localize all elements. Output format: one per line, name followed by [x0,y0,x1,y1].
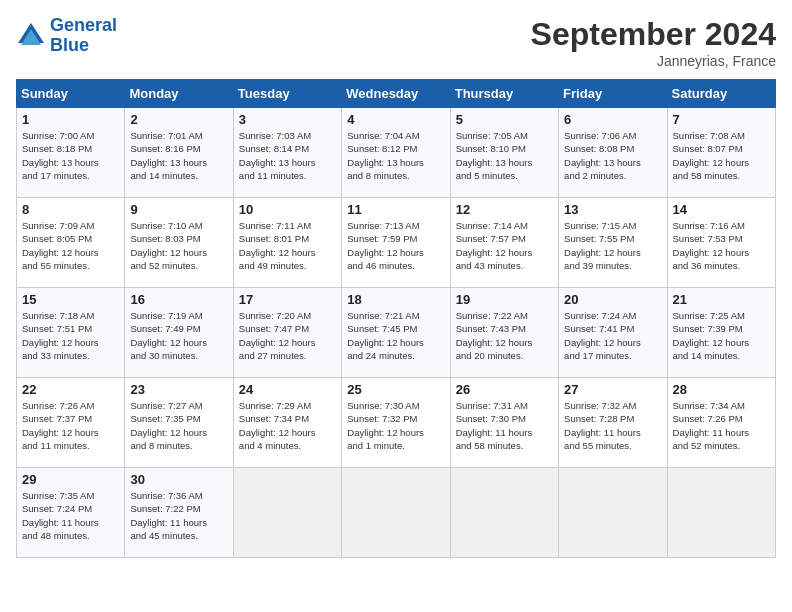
day-number: 30 [130,472,227,487]
day-number: 5 [456,112,553,127]
calendar-cell: 11Sunrise: 7:13 AM Sunset: 7:59 PM Dayli… [342,198,450,288]
day-info: Sunrise: 7:24 AM Sunset: 7:41 PM Dayligh… [564,309,661,362]
calendar-cell: 14Sunrise: 7:16 AM Sunset: 7:53 PM Dayli… [667,198,775,288]
column-header-saturday: Saturday [667,80,775,108]
calendar-cell: 6Sunrise: 7:06 AM Sunset: 8:08 PM Daylig… [559,108,667,198]
day-number: 6 [564,112,661,127]
calendar-cell: 22Sunrise: 7:26 AM Sunset: 7:37 PM Dayli… [17,378,125,468]
column-header-tuesday: Tuesday [233,80,341,108]
day-number: 7 [673,112,770,127]
calendar-cell: 15Sunrise: 7:18 AM Sunset: 7:51 PM Dayli… [17,288,125,378]
day-number: 18 [347,292,444,307]
calendar-cell: 2Sunrise: 7:01 AM Sunset: 8:16 PM Daylig… [125,108,233,198]
day-info: Sunrise: 7:04 AM Sunset: 8:12 PM Dayligh… [347,129,444,182]
day-info: Sunrise: 7:31 AM Sunset: 7:30 PM Dayligh… [456,399,553,452]
day-info: Sunrise: 7:14 AM Sunset: 7:57 PM Dayligh… [456,219,553,272]
day-number: 27 [564,382,661,397]
calendar-cell: 25Sunrise: 7:30 AM Sunset: 7:32 PM Dayli… [342,378,450,468]
day-info: Sunrise: 7:19 AM Sunset: 7:49 PM Dayligh… [130,309,227,362]
day-number: 25 [347,382,444,397]
calendar-cell: 10Sunrise: 7:11 AM Sunset: 8:01 PM Dayli… [233,198,341,288]
day-info: Sunrise: 7:32 AM Sunset: 7:28 PM Dayligh… [564,399,661,452]
day-number: 13 [564,202,661,217]
day-info: Sunrise: 7:11 AM Sunset: 8:01 PM Dayligh… [239,219,336,272]
calendar-cell: 21Sunrise: 7:25 AM Sunset: 7:39 PM Dayli… [667,288,775,378]
day-info: Sunrise: 7:13 AM Sunset: 7:59 PM Dayligh… [347,219,444,272]
day-number: 1 [22,112,119,127]
day-number: 12 [456,202,553,217]
calendar-week-1: 1Sunrise: 7:00 AM Sunset: 8:18 PM Daylig… [17,108,776,198]
calendar-cell: 5Sunrise: 7:05 AM Sunset: 8:10 PM Daylig… [450,108,558,198]
day-number: 17 [239,292,336,307]
day-number: 11 [347,202,444,217]
calendar-cell: 20Sunrise: 7:24 AM Sunset: 7:41 PM Dayli… [559,288,667,378]
logo-line1: General [50,15,117,35]
calendar-cell: 19Sunrise: 7:22 AM Sunset: 7:43 PM Dayli… [450,288,558,378]
column-header-wednesday: Wednesday [342,80,450,108]
calendar-cell: 18Sunrise: 7:21 AM Sunset: 7:45 PM Dayli… [342,288,450,378]
day-number: 8 [22,202,119,217]
calendar-cell: 23Sunrise: 7:27 AM Sunset: 7:35 PM Dayli… [125,378,233,468]
logo: General Blue [16,16,117,56]
calendar-cell [667,468,775,558]
day-info: Sunrise: 7:20 AM Sunset: 7:47 PM Dayligh… [239,309,336,362]
column-header-sunday: Sunday [17,80,125,108]
day-number: 15 [22,292,119,307]
day-number: 2 [130,112,227,127]
calendar-cell: 17Sunrise: 7:20 AM Sunset: 7:47 PM Dayli… [233,288,341,378]
day-info: Sunrise: 7:09 AM Sunset: 8:05 PM Dayligh… [22,219,119,272]
calendar-cell: 12Sunrise: 7:14 AM Sunset: 7:57 PM Dayli… [450,198,558,288]
day-info: Sunrise: 7:00 AM Sunset: 8:18 PM Dayligh… [22,129,119,182]
day-info: Sunrise: 7:06 AM Sunset: 8:08 PM Dayligh… [564,129,661,182]
day-info: Sunrise: 7:30 AM Sunset: 7:32 PM Dayligh… [347,399,444,452]
day-info: Sunrise: 7:10 AM Sunset: 8:03 PM Dayligh… [130,219,227,272]
day-number: 19 [456,292,553,307]
column-header-friday: Friday [559,80,667,108]
calendar-week-2: 8Sunrise: 7:09 AM Sunset: 8:05 PM Daylig… [17,198,776,288]
location-subtitle: Janneyrias, France [531,53,776,69]
day-number: 24 [239,382,336,397]
calendar-table: SundayMondayTuesdayWednesdayThursdayFrid… [16,79,776,558]
day-info: Sunrise: 7:18 AM Sunset: 7:51 PM Dayligh… [22,309,119,362]
month-title: September 2024 [531,16,776,53]
day-info: Sunrise: 7:26 AM Sunset: 7:37 PM Dayligh… [22,399,119,452]
calendar-cell: 3Sunrise: 7:03 AM Sunset: 8:14 PM Daylig… [233,108,341,198]
calendar-cell: 27Sunrise: 7:32 AM Sunset: 7:28 PM Dayli… [559,378,667,468]
day-number: 23 [130,382,227,397]
day-info: Sunrise: 7:15 AM Sunset: 7:55 PM Dayligh… [564,219,661,272]
day-info: Sunrise: 7:34 AM Sunset: 7:26 PM Dayligh… [673,399,770,452]
calendar-cell: 13Sunrise: 7:15 AM Sunset: 7:55 PM Dayli… [559,198,667,288]
day-number: 3 [239,112,336,127]
day-number: 4 [347,112,444,127]
calendar-cell: 4Sunrise: 7:04 AM Sunset: 8:12 PM Daylig… [342,108,450,198]
page-header: General Blue September 2024 Janneyrias, … [16,16,776,69]
calendar-cell: 8Sunrise: 7:09 AM Sunset: 8:05 PM Daylig… [17,198,125,288]
calendar-cell [559,468,667,558]
calendar-week-3: 15Sunrise: 7:18 AM Sunset: 7:51 PM Dayli… [17,288,776,378]
column-header-thursday: Thursday [450,80,558,108]
day-number: 14 [673,202,770,217]
day-info: Sunrise: 7:27 AM Sunset: 7:35 PM Dayligh… [130,399,227,452]
day-info: Sunrise: 7:29 AM Sunset: 7:34 PM Dayligh… [239,399,336,452]
calendar-week-5: 29Sunrise: 7:35 AM Sunset: 7:24 PM Dayli… [17,468,776,558]
day-info: Sunrise: 7:08 AM Sunset: 8:07 PM Dayligh… [673,129,770,182]
day-info: Sunrise: 7:22 AM Sunset: 7:43 PM Dayligh… [456,309,553,362]
calendar-week-4: 22Sunrise: 7:26 AM Sunset: 7:37 PM Dayli… [17,378,776,468]
day-number: 16 [130,292,227,307]
day-info: Sunrise: 7:01 AM Sunset: 8:16 PM Dayligh… [130,129,227,182]
day-number: 20 [564,292,661,307]
calendar-cell: 9Sunrise: 7:10 AM Sunset: 8:03 PM Daylig… [125,198,233,288]
calendar-cell: 26Sunrise: 7:31 AM Sunset: 7:30 PM Dayli… [450,378,558,468]
logo-line2: Blue [50,35,89,55]
day-info: Sunrise: 7:25 AM Sunset: 7:39 PM Dayligh… [673,309,770,362]
day-number: 22 [22,382,119,397]
calendar-cell: 28Sunrise: 7:34 AM Sunset: 7:26 PM Dayli… [667,378,775,468]
title-block: September 2024 Janneyrias, France [531,16,776,69]
calendar-cell: 30Sunrise: 7:36 AM Sunset: 7:22 PM Dayli… [125,468,233,558]
calendar-cell [450,468,558,558]
day-info: Sunrise: 7:16 AM Sunset: 7:53 PM Dayligh… [673,219,770,272]
day-info: Sunrise: 7:05 AM Sunset: 8:10 PM Dayligh… [456,129,553,182]
day-number: 28 [673,382,770,397]
day-info: Sunrise: 7:21 AM Sunset: 7:45 PM Dayligh… [347,309,444,362]
day-number: 26 [456,382,553,397]
